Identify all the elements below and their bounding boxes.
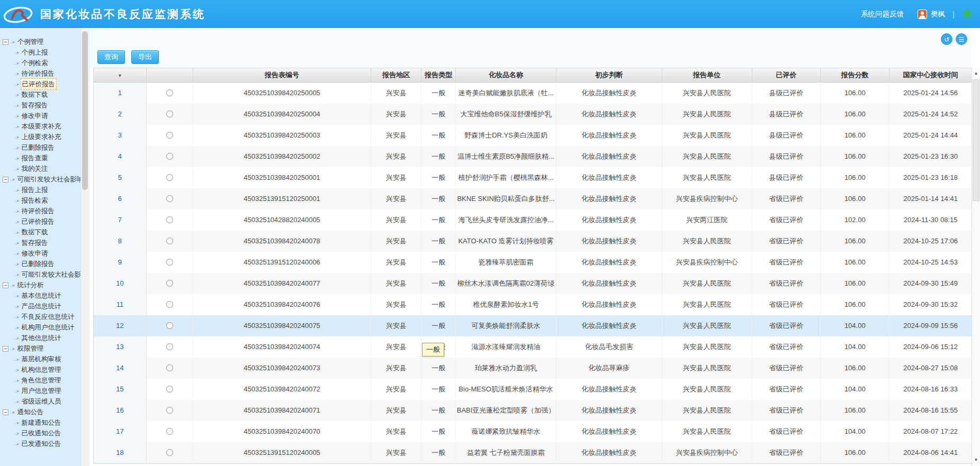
sidebar-group[interactable]: –权限管理 — [3, 343, 80, 354]
sidebar-group[interactable]: –个例管理 — [3, 36, 80, 47]
sidebar-item[interactable]: 已删除报告 — [14, 259, 80, 269]
radio-button[interactable] — [166, 386, 173, 392]
history-icon[interactable]: ↺ — [941, 33, 952, 45]
table-row[interactable]: 1445032510398420240073兴安县一般珀莱雅水动力盈润乳化妆品荨… — [94, 358, 972, 379]
tree-node-icon — [14, 396, 19, 407]
sidebar-item[interactable]: 修改申请 — [14, 248, 80, 259]
sidebar-item[interactable]: 数据下载 — [14, 89, 80, 100]
table-row[interactable]: 1645032510398420240071兴安县一般BABI亚光蓬松定型喷雾（… — [94, 400, 972, 421]
radio-button[interactable] — [166, 174, 173, 181]
table-row[interactable]: 245032510398420250004兴安县一般大宝维他命B5保湿舒缓维护乳… — [94, 104, 972, 125]
table-scrollbar[interactable]: ▲ ▼ — [972, 68, 980, 466]
sidebar-item[interactable]: 已发通知公告 — [14, 438, 80, 449]
radio-button[interactable] — [166, 280, 173, 287]
sidebar-item[interactable]: 产品信息统计 — [14, 301, 80, 312]
collapse-icon[interactable]: – — [3, 346, 8, 352]
sidebar-item[interactable]: 角色信息管理 — [14, 375, 80, 386]
sidebar-item[interactable]: 个例检索 — [14, 58, 80, 68]
sidebar-group[interactable]: –通知公告 — [3, 407, 80, 417]
table-row[interactable]: 945032513915120240006兴安县一般瓷雅臻萃肌密面霜化妆品接触性… — [94, 252, 972, 273]
table-cell-diagnosis: 化妆品接触性皮炎 — [556, 273, 662, 294]
sidebar-item[interactable]: 修改申请 — [14, 111, 80, 121]
sidebar-item[interactable]: 数据下载 — [14, 227, 80, 237]
radio-button[interactable] — [166, 153, 173, 160]
table-scrollbar-thumb[interactable] — [973, 79, 979, 201]
table-row[interactable]: 545032510398420250001兴安县一般植护舒润护手霜（樱桃黑森林.… — [94, 167, 972, 188]
radio-button[interactable] — [166, 322, 173, 329]
sidebar-item[interactable]: 待评价报告 — [14, 68, 80, 79]
sidebar-item[interactable]: 不良反应信息统计 — [14, 312, 80, 322]
collapse-icon[interactable]: – — [3, 39, 8, 45]
query-button[interactable]: 查询 — [97, 50, 125, 64]
table-cell-type: 一般 — [421, 167, 456, 188]
sidebar-item[interactable]: 报告上报 — [14, 185, 80, 195]
sidebar-item[interactable]: 报告查重 — [14, 153, 80, 163]
scroll-up-icon[interactable]: ▲ — [972, 69, 980, 78]
sidebar-item[interactable]: 已收通知公告 — [14, 428, 80, 438]
radio-button[interactable] — [166, 195, 173, 202]
table-row[interactable]: 645032513915120250001兴安县一般BKNE SKIN贻贝粘蛋白… — [94, 188, 972, 209]
radio-button[interactable] — [166, 343, 173, 350]
radio-button[interactable] — [166, 89, 173, 96]
table-row[interactable]: 1845032513915120240005兴安县一般益若翼 七子粉黛壳面膜霜化… — [94, 442, 972, 463]
radio-button[interactable] — [166, 364, 173, 371]
radio-button[interactable] — [166, 449, 173, 456]
radio-button[interactable] — [166, 259, 173, 266]
sidebar-group[interactable]: –统计分析 — [3, 280, 80, 290]
sidebar-item[interactable]: 待评价报告 — [14, 206, 80, 216]
table-row[interactable]: 745032510428820240005兴安县一般海飞丝头皮专研洗发露控油净.… — [94, 209, 972, 231]
sidebar-item[interactable]: 省级运维人员 — [14, 396, 80, 407]
sidebar-item[interactable]: 已评价报告 — [14, 79, 80, 89]
table-row[interactable]: 145032510398420250005兴安县一般迷奇美白赋能嫩肤肌底液（牡.… — [94, 83, 972, 104]
sidebar-item[interactable]: 本级要求补充 — [14, 121, 80, 132]
radio-button[interactable] — [166, 216, 173, 223]
table-cell-product: 大宝维他命B5保湿舒缓维护乳 — [456, 104, 556, 125]
sidebar-item[interactable]: 我的关注 — [14, 163, 80, 174]
sidebar-scrollbar[interactable] — [80, 28, 89, 466]
table-row[interactable]: 345032510398420250003兴安县一般野森博士DR.YS美白洗面奶… — [94, 125, 972, 146]
table-row[interactable]: 445032510398420250002兴安县一般温博士维生素原B5净颜细肤精… — [94, 146, 972, 167]
radio-button[interactable] — [166, 111, 173, 117]
user-menu[interactable]: 樊枫 — [918, 10, 945, 19]
table-row[interactable]: 1745032510398420240070兴安县一般薇诺娜紧致抗皱精华水化妆品… — [94, 421, 972, 442]
sidebar-item[interactable]: 暂存报告 — [14, 237, 80, 248]
sidebar-item[interactable]: 上级要求补充 — [14, 132, 80, 142]
sidebar-group[interactable]: –可能引发较大社会影响 — [3, 174, 80, 185]
sidebar-item[interactable]: 用户信息管理 — [14, 386, 80, 396]
collapse-icon[interactable]: – — [3, 409, 8, 415]
home-icon[interactable] — [962, 9, 973, 19]
sidebar-item[interactable]: 可能引发较大社会影响 — [14, 269, 80, 280]
system-feedback-link[interactable]: 系统问题反馈 — [861, 10, 904, 19]
table-row[interactable]: 845032510398420240078兴安县一般KATO-KATO 造雾计划… — [94, 231, 972, 252]
sidebar-scrollbar-thumb[interactable] — [82, 31, 88, 190]
radio-button[interactable] — [166, 132, 173, 139]
sidebar-item[interactable]: 机构信息管理 — [14, 364, 80, 375]
list-icon[interactable]: ☰ — [956, 33, 967, 45]
sidebar-item[interactable]: 暂存报告 — [14, 100, 80, 111]
sidebar-item[interactable]: 新建通知公告 — [14, 417, 80, 428]
collapse-icon[interactable]: – — [3, 177, 8, 182]
sidebar-item[interactable]: 其他信息统计 — [14, 333, 80, 343]
table-row[interactable]: 1345032510398420240074兴安县一般滋源水漾臻耀润发精油化妆品… — [94, 336, 972, 358]
sidebar-item[interactable]: 个例上报 — [14, 47, 80, 58]
sidebar-item[interactable]: 基层机构审核 — [14, 354, 80, 364]
collapse-icon[interactable]: – — [3, 282, 8, 288]
radio-button[interactable] — [166, 428, 173, 435]
radio-button[interactable] — [166, 301, 173, 308]
sidebar-item[interactable]: 报告检索 — [14, 195, 80, 206]
table-row[interactable]: 1045032510398420240077兴安县一般柳丝木水漾调色隔离霜02薄… — [94, 273, 972, 294]
table-row[interactable]: 1545032510398420240072兴安县一般Bio-MESO肌活糙米焕… — [94, 379, 972, 400]
table-row[interactable]: 1245032510398420240075兴安县一般可复美焕能舒润柔肤水化妆品… — [94, 315, 972, 336]
scroll-down-icon[interactable]: ▼ — [972, 455, 980, 465]
select-all-dropdown-icon[interactable]: ▼ — [118, 73, 122, 78]
sidebar-item[interactable]: 已评价报告 — [14, 216, 80, 227]
column-selector[interactable]: ▼ — [94, 68, 147, 82]
radio-button[interactable] — [166, 237, 173, 244]
table-row[interactable]: 1145032510398420240076兴安县一般稚优泉酵素卸妆水1号化妆品… — [94, 294, 972, 315]
radio-button[interactable] — [166, 407, 173, 414]
sidebar-item[interactable]: 基本信息统计 — [14, 290, 80, 301]
table-cell-received: 2025-01-23 16:30 — [889, 146, 972, 167]
sidebar-item[interactable]: 机构用户信息统计 — [14, 322, 80, 333]
export-button[interactable]: 导出 — [131, 50, 159, 64]
sidebar-item[interactable]: 已删除报告 — [14, 142, 80, 153]
